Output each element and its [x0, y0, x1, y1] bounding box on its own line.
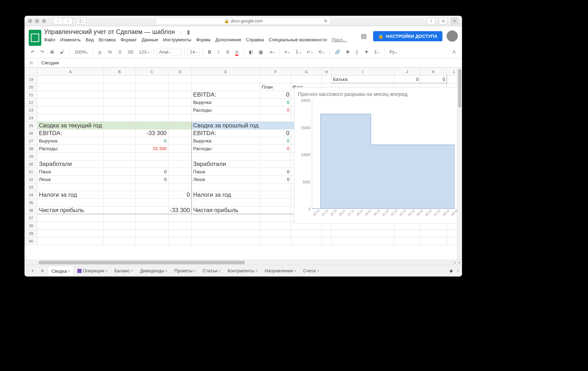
filter-button[interactable]: ▼	[362, 48, 371, 56]
fx-input[interactable]: Сегодня	[38, 60, 59, 65]
cell-F30[interactable]	[260, 160, 291, 168]
cell-F34[interactable]	[260, 191, 291, 199]
cell-D25[interactable]	[168, 122, 192, 130]
cell-F21[interactable]: 0	[260, 91, 291, 99]
fill-color-button[interactable]: ◧	[247, 48, 255, 56]
minimize-icon[interactable]	[35, 19, 39, 23]
forward-button[interactable]: ›	[63, 18, 73, 24]
col-header-G[interactable]: G	[291, 68, 322, 76]
cell-D38[interactable]	[168, 222, 192, 230]
sheet-tab-0[interactable]: Сводка▾	[48, 266, 74, 276]
cell-C25[interactable]	[135, 122, 168, 130]
zoom-select[interactable]: 100%	[72, 48, 90, 56]
cell-B20[interactable]	[104, 83, 136, 91]
row-header-27[interactable]: 27	[25, 137, 37, 145]
cell-D35[interactable]	[168, 199, 192, 206]
merge-button[interactable]: ⇥	[266, 48, 276, 56]
share-button[interactable]: 🔒 НАСТРОЙКИ ДОСТУПА	[373, 31, 442, 41]
cell-F35[interactable]	[260, 199, 291, 206]
cell-E34[interactable]: Налоги за год	[191, 191, 260, 199]
cell-F38[interactable]	[260, 222, 291, 230]
row-header-37[interactable]: 37	[25, 214, 37, 222]
cell-C37[interactable]	[135, 214, 168, 222]
redo-button[interactable]: ↷	[38, 48, 46, 56]
chart-button[interactable]: ▯	[353, 48, 361, 56]
cell-A30[interactable]: Заработали	[37, 160, 104, 168]
cell-C26[interactable]: -33 300	[135, 130, 168, 137]
cell-G39[interactable]	[291, 230, 322, 237]
row-header-30[interactable]: 30	[25, 160, 37, 168]
menu-accessibility[interactable]: Специальные возможности	[269, 37, 327, 42]
font-size-select[interactable]: 14	[187, 48, 200, 56]
cell-E19[interactable]	[191, 76, 260, 83]
cell-B32[interactable]	[104, 176, 136, 183]
cell-E27[interactable]: Выручка:	[191, 137, 260, 145]
cell-E29[interactable]	[191, 153, 260, 160]
wrap-button[interactable]: ↵	[304, 48, 315, 56]
cell-D31[interactable]	[168, 168, 192, 176]
cell-F26[interactable]: 0	[260, 130, 291, 137]
cell-I39[interactable]	[331, 230, 394, 237]
add-sheet-button[interactable]: +	[28, 266, 37, 275]
row-header-23[interactable]: 23	[25, 106, 37, 114]
cell-C31[interactable]: 0	[135, 168, 168, 176]
cell-B24[interactable]	[104, 114, 136, 122]
cell-C30[interactable]	[135, 160, 168, 168]
menu-format[interactable]: Формат	[120, 37, 136, 42]
cell-E37[interactable]	[191, 214, 260, 222]
share-safari-button[interactable]: ⇧	[427, 18, 435, 24]
cell-F25[interactable]	[260, 122, 291, 130]
cell-A23[interactable]	[37, 106, 104, 114]
cell-E24[interactable]	[191, 114, 260, 122]
horizontal-scrollbar[interactable]: ◂▸	[24, 260, 462, 265]
cell-C21[interactable]	[135, 91, 168, 99]
sheet-tab-3[interactable]: Дивиденды▾	[136, 266, 171, 276]
cell-B39[interactable]	[104, 230, 136, 237]
cell-A39[interactable]	[37, 230, 104, 237]
cell-D30[interactable]	[168, 160, 192, 168]
cell-C23[interactable]	[135, 106, 168, 114]
cell-F36[interactable]	[260, 206, 291, 214]
folder-icon[interactable]: ▮	[187, 29, 190, 35]
cell-C24[interactable]	[135, 114, 168, 122]
cell-C32[interactable]: 0	[135, 176, 168, 183]
col-header-E[interactable]: E	[191, 68, 260, 76]
col-header-I[interactable]: I	[331, 68, 394, 76]
row-header-33[interactable]: 33	[25, 183, 37, 191]
cell-F39[interactable]	[260, 230, 291, 237]
menu-help[interactable]: Справка	[246, 37, 264, 42]
cell-B26[interactable]	[104, 130, 136, 137]
col-header-J[interactable]: J	[394, 68, 420, 76]
cell-B29[interactable]	[104, 153, 136, 160]
cell-D22[interactable]	[168, 99, 192, 106]
cell-A38[interactable]	[37, 222, 104, 230]
new-tab-button[interactable]: +	[451, 17, 458, 25]
cell-D19[interactable]	[168, 76, 192, 83]
cell-A24[interactable]	[37, 114, 104, 122]
cell-C29[interactable]	[135, 153, 168, 160]
cell-D34[interactable]: 0	[168, 191, 192, 199]
cell-E28[interactable]: Расходы:	[191, 145, 260, 153]
cell-K40[interactable]	[420, 237, 447, 245]
cell-B19[interactable]	[104, 76, 136, 83]
toolbar-collapse-button[interactable]: ᐱ	[450, 48, 458, 56]
cell-E23[interactable]: Расходы:	[191, 106, 260, 114]
cell-B31[interactable]	[104, 168, 136, 176]
cell-A28[interactable]: Расходы:	[37, 145, 104, 153]
cell-D33[interactable]	[168, 183, 192, 191]
rotate-button[interactable]: ⟲	[316, 48, 326, 56]
cell-E35[interactable]	[191, 199, 260, 206]
cell-H39[interactable]	[322, 230, 331, 237]
cell-C20[interactable]	[135, 83, 168, 91]
comments-button[interactable]: ▤	[358, 31, 369, 41]
forecast-chart[interactable]: Прогноз кассового разрыва на месяц впере…	[294, 87, 458, 224]
cell-C34[interactable]	[135, 191, 168, 199]
link-button[interactable]: 🔗	[332, 48, 342, 56]
cell-F40[interactable]	[260, 237, 291, 245]
sidebar-toggle-button[interactable]	[76, 18, 86, 24]
row-header-32[interactable]: 32	[25, 176, 37, 183]
print-button[interactable]: 🖶	[48, 48, 56, 56]
cell-B37[interactable]	[104, 214, 136, 222]
col-header-A[interactable]: A	[37, 68, 104, 76]
explore-button[interactable]: ◆	[449, 268, 453, 273]
